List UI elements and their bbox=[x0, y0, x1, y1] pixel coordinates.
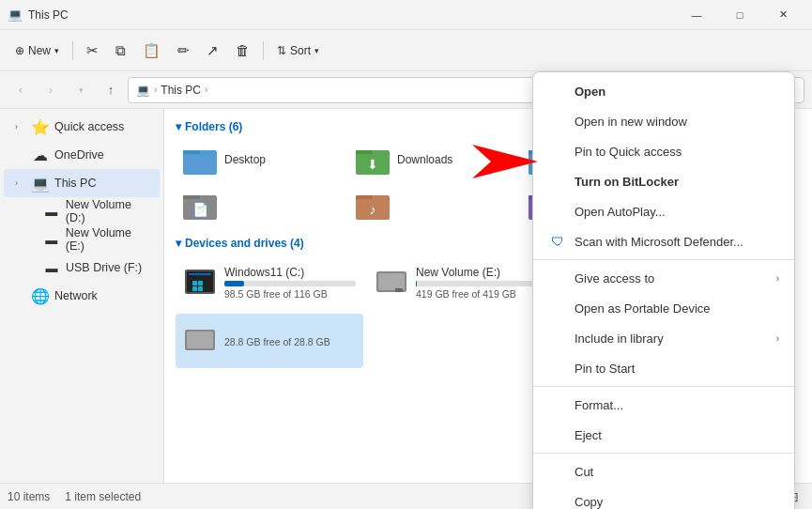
sort-icon: ⇅ bbox=[277, 44, 286, 57]
onedrive-label: OneDrive bbox=[54, 148, 104, 162]
path-pc-icon: 💻 bbox=[136, 84, 150, 97]
back-button[interactable]: ‹ bbox=[8, 77, 34, 103]
downloads-folder-name: Downloads bbox=[397, 153, 452, 166]
ctx-bitlocker-label: Turn on BitLocker bbox=[575, 175, 679, 189]
new-volume-e-label: New Volume (E:) bbox=[66, 226, 152, 253]
quick-access-icon: ⭐ bbox=[32, 118, 49, 135]
sidebar-item-this-pc[interactable]: › 💻 This PC bbox=[4, 169, 160, 197]
copy-button[interactable]: ⧉ bbox=[108, 36, 133, 66]
ctx-open-icon bbox=[548, 82, 567, 100]
network-label: Network bbox=[54, 289, 98, 302]
this-pc-expand-icon: › bbox=[15, 178, 26, 188]
delete-button[interactable]: 🗑 bbox=[228, 36, 257, 66]
svg-rect-21 bbox=[189, 273, 211, 275]
sidebar-item-quick-access[interactable]: › ⭐ Quick access bbox=[4, 113, 160, 141]
sort-button[interactable]: ⇅ Sort ▾ bbox=[269, 36, 327, 66]
ctx-format[interactable]: Format... bbox=[533, 390, 794, 420]
sidebar-item-new-volume-e[interactable]: ▬ New Volume (E:) bbox=[4, 225, 160, 254]
share-button[interactable]: ↗ bbox=[199, 36, 226, 66]
item-selected: 1 item selected bbox=[65, 490, 141, 503]
network-icon: 🌐 bbox=[32, 287, 49, 304]
drive-c-name: Windows11 (C:) bbox=[224, 266, 356, 279]
sidebar-item-usb-drive[interactable]: ▬ USB Drive (F:) bbox=[4, 254, 160, 282]
share-icon: ↗ bbox=[207, 42, 219, 59]
ctx-library-label: Include in library bbox=[575, 332, 664, 346]
svg-rect-5 bbox=[356, 150, 373, 154]
drive-item-selected[interactable]: 28.8 GB free of 28.8 GB bbox=[176, 314, 363, 368]
ctx-eject-icon bbox=[548, 425, 567, 444]
title-bar: 💻 This PC — □ ✕ bbox=[0, 0, 812, 30]
ctx-open-new-window[interactable]: Open in new window bbox=[533, 106, 794, 136]
paste-button[interactable]: 📋 bbox=[135, 36, 168, 66]
forward-button[interactable]: › bbox=[38, 77, 64, 103]
svg-text:⬇: ⬇ bbox=[367, 157, 378, 172]
svg-rect-24 bbox=[192, 286, 197, 291]
up-button[interactable]: ↑ bbox=[98, 77, 124, 103]
ctx-give-access[interactable]: Give access to › bbox=[533, 263, 794, 293]
ctx-cut[interactable]: Cut bbox=[533, 456, 794, 486]
folders-section-label: Folders (6) bbox=[185, 120, 242, 133]
ctx-new-window-label: Open in new window bbox=[575, 115, 687, 129]
drive-item-e[interactable]: New Volume (E:) 419 GB free of 419 GB bbox=[367, 255, 555, 310]
sidebar-item-network[interactable]: 🌐 Network bbox=[4, 282, 160, 310]
drives-chevron-icon: ▾ bbox=[176, 237, 181, 250]
extra2-folder-icon: ♪ bbox=[356, 188, 390, 222]
ctx-cut-label: Cut bbox=[575, 465, 593, 479]
toolbar-separator-1 bbox=[72, 41, 73, 60]
window-icon: 💻 bbox=[8, 8, 23, 23]
ctx-pin-start[interactable]: Pin to Start bbox=[533, 353, 794, 383]
toolbar-separator-2 bbox=[263, 41, 264, 60]
svg-text:♪: ♪ bbox=[370, 202, 376, 217]
folder-item-extra1[interactable]: 📄 bbox=[176, 184, 345, 225]
ctx-portable-icon bbox=[548, 299, 567, 317]
new-button[interactable]: ⊕ New ▾ bbox=[8, 36, 67, 66]
path-this-pc: This PC bbox=[161, 84, 201, 97]
new-label: New bbox=[28, 44, 51, 57]
folder-item-downloads[interactable]: ⬇ Downloads bbox=[348, 139, 517, 180]
rename-icon: ✏ bbox=[177, 42, 190, 59]
ctx-separator-3 bbox=[533, 453, 794, 454]
sidebar-item-onedrive[interactable]: ☁ OneDrive bbox=[4, 141, 160, 169]
drive-selected-icon bbox=[183, 324, 217, 358]
drive-item-c[interactable]: Windows11 (C:) 98.5 GB free of 116 GB bbox=[176, 255, 363, 310]
item-count: 10 items bbox=[8, 490, 50, 503]
svg-rect-23 bbox=[198, 281, 203, 285]
svg-rect-2 bbox=[185, 156, 215, 173]
minimize-button[interactable]: — bbox=[675, 0, 718, 30]
ctx-pin-quick-access[interactable]: Pin to Quick access bbox=[533, 136, 794, 166]
ctx-scan-defender[interactable]: 🛡 Scan with Microsoft Defender... bbox=[533, 226, 794, 256]
svg-text:📄: 📄 bbox=[192, 202, 209, 218]
ctx-open[interactable]: Open bbox=[533, 76, 794, 106]
ctx-open-label: Open bbox=[575, 85, 605, 99]
cut-button[interactable]: ✂ bbox=[79, 36, 106, 66]
ctx-open-portable[interactable]: Open as Portable Device bbox=[533, 293, 794, 323]
folder-item-extra2[interactable]: ♪ bbox=[348, 184, 517, 225]
new-volume-d-icon: ▬ bbox=[43, 203, 60, 220]
ctx-open-autoplay[interactable]: Open AutoPlay... bbox=[533, 196, 794, 226]
ctx-turn-on-bitlocker[interactable]: Turn on BitLocker bbox=[533, 166, 794, 196]
dropdown-button[interactable]: ▾ bbox=[68, 77, 94, 103]
ctx-pin-label: Pin to Quick access bbox=[575, 145, 682, 159]
ctx-include-library[interactable]: Include in library › bbox=[533, 323, 794, 353]
drive-c-icon bbox=[183, 266, 217, 300]
drive-e-space: 419 GB free of 419 GB bbox=[416, 288, 547, 300]
folders-chevron-icon: ▾ bbox=[176, 120, 181, 133]
ctx-portable-label: Open as Portable Device bbox=[575, 301, 711, 316]
close-button[interactable]: ✕ bbox=[761, 0, 804, 30]
window-title: This PC bbox=[28, 8, 675, 22]
this-pc-label: This PC bbox=[54, 177, 96, 190]
rename-button[interactable]: ✏ bbox=[170, 36, 197, 66]
drive-e-bar-container bbox=[416, 281, 547, 286]
folder-item-desktop[interactable]: Desktop bbox=[176, 139, 345, 180]
svg-rect-22 bbox=[192, 281, 197, 285]
quick-access-label: Quick access bbox=[54, 120, 124, 133]
ctx-separator-2 bbox=[533, 386, 794, 387]
ctx-eject[interactable]: Eject bbox=[533, 420, 794, 450]
ctx-copy[interactable]: Copy bbox=[533, 486, 794, 509]
sidebar-item-new-volume-d[interactable]: ▬ New Volume (D:) bbox=[4, 197, 160, 225]
ctx-bitlocker-icon bbox=[548, 172, 567, 191]
plus-icon: ⊕ bbox=[15, 44, 24, 57]
window-controls: — □ ✕ bbox=[675, 0, 804, 30]
maximize-button[interactable]: □ bbox=[718, 0, 761, 30]
svg-rect-28 bbox=[395, 288, 403, 292]
